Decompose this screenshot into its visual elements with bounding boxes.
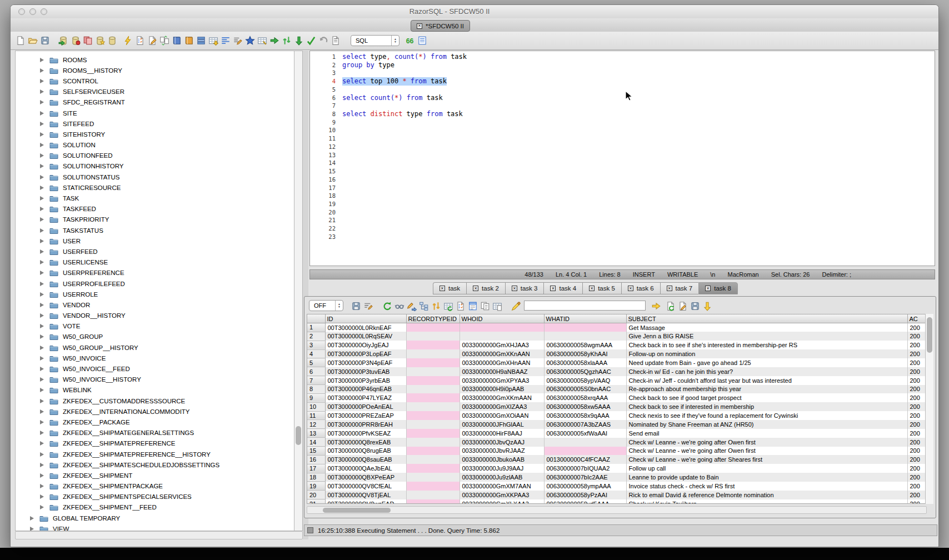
cell-id[interactable]: 00T3000000L0RqSEAV — [325, 332, 406, 341]
cell-who[interactable]: 0033000000Ju9J9AAJ — [459, 464, 544, 473]
editor-line[interactable]: 1select type, count(*) from task — [310, 53, 935, 61]
cell-who[interactable]: 0033000000GmXIZAA3 — [459, 402, 544, 411]
sidebar-item-taskfeed[interactable]: TASKFEED — [16, 204, 294, 214]
cell-num[interactable]: 6 — [307, 367, 325, 376]
view-icon[interactable] — [394, 301, 404, 311]
sidebar-item-w50-invoice[interactable]: W50_INVOICE — [16, 353, 294, 363]
cell-id[interactable]: 00T3000000OiyJgEAJ — [325, 341, 406, 349]
disclosure-triangle-icon[interactable] — [40, 388, 44, 392]
sidebar-item-zkfedex-shipmentpackage[interactable]: ZKFEDEX__SHIPMENTPACKAGE — [16, 481, 294, 492]
cell-what[interactable]: 0013000000C4fFCAAZ — [544, 455, 626, 464]
table-row[interactable]: 300T3000000OiyJgEAJ0033000000GmXHJAA3006… — [307, 341, 927, 349]
cell-rt[interactable] — [406, 349, 459, 358]
sidebar-item-sitehistory[interactable]: SITEHISTORY — [16, 129, 294, 139]
result-tab-task-4[interactable]: ×task 4 — [543, 282, 582, 294]
sidebar-item-zkfedex-internationalcommodity[interactable]: ZKFEDEX__INTERNATIONALCOMMODITY — [16, 406, 294, 417]
sidebar-item-rooms-history[interactable]: ROOMS__HISTORY — [16, 65, 294, 76]
editor-line[interactable]: 21 — [310, 216, 935, 224]
stepper-icon[interactable]: ▲▼ — [391, 36, 399, 46]
sidebar-item-selfserviceuser[interactable]: SELFSERVICEUSER — [16, 87, 294, 97]
cell-id[interactable]: 00T3000000Q8rexEAB — [325, 438, 406, 447]
cell-rt[interactable] — [406, 464, 459, 473]
cell-ac[interactable]: 200 — [907, 482, 927, 491]
sidebar-item-userpreference[interactable]: USERPREFERENCE — [16, 268, 294, 278]
cell-rt[interactable] — [406, 420, 459, 429]
cell-who[interactable]: 0033000000JbukoAAB — [459, 455, 544, 464]
tab-close-icon[interactable]: × — [417, 23, 422, 29]
format-sql-icon[interactable] — [221, 36, 231, 46]
results-vertical-scrollbar[interactable] — [925, 314, 933, 504]
cell-ac[interactable]: 200 — [907, 438, 927, 447]
close-window-button[interactable] — [18, 8, 25, 15]
editor-line[interactable]: 4select top 100 * from task — [310, 77, 935, 86]
cell-ac[interactable]: 200 — [907, 341, 927, 349]
cell-ac[interactable]: 200 — [907, 385, 927, 394]
cell-subj[interactable]: Check-in w/ Jeff - couldn't afford last … — [626, 376, 907, 385]
editor-line[interactable]: 12 — [310, 143, 935, 151]
disclosure-triangle-icon[interactable] — [40, 79, 44, 83]
cell-num[interactable]: 12 — [307, 420, 325, 429]
cell-rt[interactable] — [406, 455, 459, 464]
highlighter-icon[interactable] — [511, 301, 521, 311]
cell-what[interactable]: 006300000058yPzAAI — [544, 491, 626, 499]
refresh-icon[interactable] — [382, 301, 392, 311]
cell-id[interactable]: 00T3000000Q8sauEAB — [325, 455, 406, 464]
cell-id[interactable]: 00T3000000QV8TjEAL — [325, 491, 406, 499]
table-row[interactable]: 1300T3000000PfvKSEAZ0033000000HirF8AAJ00… — [307, 429, 927, 438]
cell-num[interactable]: 17 — [307, 464, 325, 473]
cell-num[interactable]: 21 — [307, 499, 325, 504]
table-copy-icon[interactable] — [492, 301, 502, 311]
table-row[interactable]: 1900T3000000QV8CfEAL0033000000GmXM7AAN00… — [307, 482, 927, 491]
table-row[interactable]: 1400T3000000Q8rexEAB0033000000JbvQzAAJCh… — [307, 438, 927, 447]
cell-subj[interactable]: Check back in to see if she's interested… — [626, 341, 907, 349]
cell-subj[interactable]: Check w/ Leanne - we're going after Shea… — [626, 455, 907, 464]
cell-subj[interactable]: Check w/ Kevin Tsujihara — [626, 499, 907, 504]
cell-ac[interactable]: 200 — [907, 358, 927, 367]
favorites-icon[interactable] — [245, 36, 255, 46]
cell-ac[interactable]: 200 — [907, 455, 927, 464]
disclosure-triangle-icon[interactable] — [40, 249, 44, 254]
new-db-icon[interactable] — [95, 36, 105, 46]
cell-ac[interactable]: 200 — [907, 447, 927, 456]
sidebar-item-userprofilefeed[interactable]: USERPROFILEFEED — [16, 278, 294, 289]
tab-close-icon[interactable]: × — [589, 286, 595, 291]
disclosure-triangle-icon[interactable] — [40, 505, 44, 509]
sidebar-item-solutionfeed[interactable]: SOLUTIONFEED — [16, 151, 294, 161]
cell-id[interactable]: 00T3000000P3tuvEAB — [325, 367, 406, 376]
disclosure-triangle-icon[interactable] — [40, 132, 44, 137]
cell-subj[interactable]: Check back to see if good target prospec… — [626, 393, 907, 402]
result-tab-task-5[interactable]: ×task 5 — [582, 282, 621, 294]
disclosure-triangle-icon[interactable] — [40, 399, 44, 403]
zoom-window-button[interactable] — [41, 8, 47, 15]
cell-what[interactable]: 006300000058ypVAAQ — [544, 376, 626, 385]
copy-table-icon[interactable] — [83, 36, 93, 46]
disclosure-triangle-icon[interactable] — [40, 346, 44, 350]
execute-sql-icon[interactable] — [123, 36, 133, 46]
table-tools-icon[interactable] — [257, 36, 267, 46]
cell-subj[interactable]: Nominated by Shane Freeman at ANZ (HR50) — [626, 420, 907, 429]
table-row[interactable]: 1600T3000000Q8sauEAB0033000000JbukoAAB00… — [307, 455, 927, 464]
quotes-icon[interactable]: 66 — [405, 36, 415, 46]
sort-icon[interactable] — [431, 301, 441, 311]
table-row[interactable]: 900T3000000P47LYEAZ0033000000GmXKmAAN006… — [307, 393, 927, 402]
sidebar-item-staticresource[interactable]: STATICRESOURCE — [16, 182, 294, 193]
cell-ac[interactable]: 200 — [907, 402, 927, 411]
table-row[interactable]: 1200T3000000PRR8rEAH0033000000JFhGlAAL00… — [307, 420, 927, 429]
cell-what[interactable] — [544, 332, 626, 341]
sync-icon[interactable] — [282, 36, 292, 46]
cell-ac[interactable]: 200 — [907, 429, 927, 438]
cell-id[interactable]: 00T3000000PfvKSEAZ — [325, 429, 406, 438]
results-search-input[interactable] — [524, 301, 646, 311]
cell-rt[interactable] — [406, 332, 459, 341]
sidebar-item-weblink[interactable]: WEBLINK — [16, 385, 294, 396]
edit-arrow-icon[interactable] — [407, 301, 417, 311]
sidebar-item-zkfedex-package[interactable]: ZKFEDEX__PACKAGE — [16, 417, 294, 427]
disclosure-triangle-icon[interactable] — [40, 271, 44, 275]
export-table-icon[interactable] — [208, 36, 218, 46]
cell-subj[interactable]: Get Massage — [626, 323, 907, 332]
cell-num[interactable]: 3 — [307, 341, 325, 349]
cell-ac[interactable]: 200 — [907, 491, 927, 499]
sidebar-item-sfdc-registrant[interactable]: SFDC_REGISTRANT — [16, 97, 294, 108]
cell-rt[interactable] — [406, 438, 459, 447]
cell-num[interactable]: 7 — [307, 376, 325, 385]
